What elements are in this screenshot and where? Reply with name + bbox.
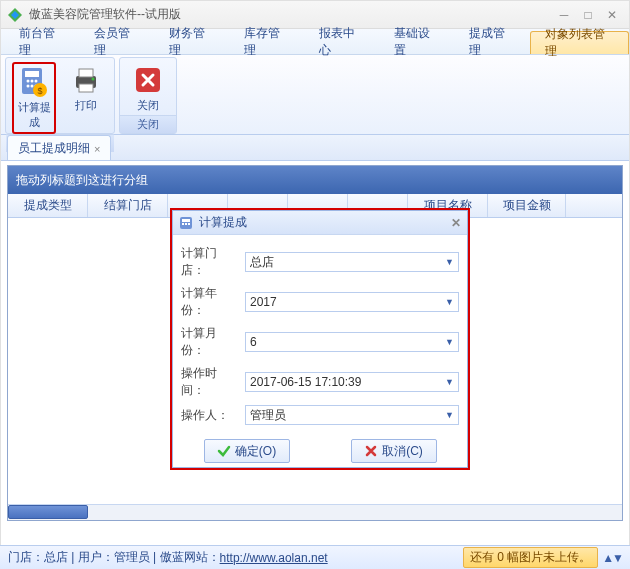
field-value: 总店 (250, 254, 274, 271)
calc-commission-dialog: 计算提成 ✕ 计算门店：总店▼计算年份：2017▼计算月份：6▼操作时间：201… (170, 208, 470, 470)
svg-rect-13 (79, 69, 93, 77)
form-row-calc-store: 计算门店：总店▼ (181, 245, 459, 279)
ribbon-group: $计算提成打印记录编辑 (5, 57, 115, 134)
ribbon-button-label: 计算提成 (16, 100, 52, 130)
form-row-calc-month: 计算月份：6▼ (181, 325, 459, 359)
group-panel[interactable]: 拖动列标题到这进行分组 (8, 166, 622, 194)
svg-rect-14 (79, 84, 93, 92)
form-label: 计算门店： (181, 245, 239, 279)
menu-item[interactable]: 库存管理 (230, 29, 305, 54)
svg-point-7 (27, 85, 30, 88)
form-row-op-time: 操作时间：2017-06-15 17:10:39▼ (181, 365, 459, 399)
form-row-operator: 操作人：管理员▼ (181, 405, 459, 425)
calc-store-field[interactable]: 总店▼ (245, 252, 459, 272)
ribbon-group-label: 关闭 (120, 115, 176, 133)
close-icon (132, 64, 164, 96)
form-row-calc-year: 计算年份：2017▼ (181, 285, 459, 319)
calc-commission-button[interactable]: $计算提成 (12, 62, 56, 134)
svg-point-4 (27, 80, 30, 83)
grid-area: 拖动列标题到这进行分组 提成类型结算门店项目名称项目金额 计算提成 ✕ 计算门店… (7, 165, 623, 521)
chevron-down-icon: ▼ (445, 297, 454, 307)
print-button[interactable]: 打印 (64, 62, 108, 134)
menu-item[interactable]: 报表中心 (305, 29, 380, 54)
chevron-down-icon: ▼ (445, 337, 454, 347)
svg-rect-19 (182, 223, 184, 225)
dialog-title-text: 计算提成 (199, 214, 451, 231)
menu-item[interactable]: 会员管理 (80, 29, 155, 54)
svg-rect-20 (185, 223, 187, 225)
ribbon-button-label: 关闭 (137, 98, 159, 113)
column-header[interactable]: 项目金额 (488, 194, 566, 217)
chevron-down-icon: ▼ (445, 377, 454, 387)
op-time-field[interactable]: 2017-06-15 17:10:39▼ (245, 372, 459, 392)
form-label: 操作时间： (181, 365, 239, 399)
ribbon: $计算提成打印记录编辑关闭关闭 (1, 55, 629, 135)
operator-field[interactable]: 管理员▼ (245, 405, 459, 425)
column-header[interactable]: 结算门店 (88, 194, 168, 217)
svg-point-6 (35, 80, 38, 83)
ok-button-label: 确定(O) (235, 443, 276, 460)
dialog-icon (179, 216, 193, 230)
svg-point-8 (31, 85, 34, 88)
dialog-buttons: 确定(O) 取消(C) (173, 439, 467, 467)
menubar: 前台管理会员管理财务管理库存管理报表中心基础设置提成管理对象列表管理 (1, 29, 629, 55)
statusbar-url[interactable]: http://www.aolan.net (220, 551, 328, 565)
print-icon (70, 64, 102, 96)
cancel-button[interactable]: 取消(C) (351, 439, 437, 463)
dialog-close-button[interactable]: ✕ (451, 216, 461, 230)
tabstrip: 员工提成明细× (1, 135, 629, 161)
maximize-button[interactable]: □ (577, 7, 599, 23)
statusbar-left: 门店：总店 | 用户：管理员 | 傲蓝网站： (8, 549, 220, 566)
scrollbar-thumb[interactable] (8, 505, 88, 519)
statusbar: 门店：总店 | 用户：管理员 | 傲蓝网站： http://www.aolan.… (0, 545, 630, 569)
form-label: 操作人： (181, 407, 239, 424)
tab-label: 员工提成明细 (18, 140, 90, 157)
form-label: 计算年份： (181, 285, 239, 319)
minimize-button[interactable]: ─ (553, 7, 575, 23)
cancel-button-label: 取消(C) (382, 443, 423, 460)
svg-point-15 (92, 78, 95, 81)
chevron-down-icon: ▼ (445, 410, 454, 420)
svg-point-5 (31, 80, 34, 83)
menu-item[interactable]: 前台管理 (5, 29, 80, 54)
svg-rect-21 (188, 223, 190, 225)
chevron-down-icon: ▼ (445, 257, 454, 267)
statusbar-arrows-icon[interactable]: ▲▼ (602, 551, 622, 565)
calc-month-field[interactable]: 6▼ (245, 332, 459, 352)
x-icon (364, 444, 378, 458)
menu-item[interactable]: 提成管理 (455, 29, 530, 54)
close-button[interactable]: 关闭 (126, 62, 170, 115)
calc-commission-icon: $ (18, 66, 50, 98)
document-tab[interactable]: 员工提成明细× (7, 135, 111, 160)
field-value: 2017-06-15 17:10:39 (250, 375, 361, 389)
field-value: 6 (250, 335, 257, 349)
close-window-button[interactable]: ✕ (601, 7, 623, 23)
field-value: 2017 (250, 295, 277, 309)
ribbon-button-label: 打印 (75, 98, 97, 113)
svg-rect-3 (25, 71, 39, 77)
app-logo-icon (7, 7, 23, 23)
check-icon (217, 444, 231, 458)
column-header[interactable]: 提成类型 (8, 194, 88, 217)
ok-button[interactable]: 确定(O) (204, 439, 290, 463)
field-value: 管理员 (250, 407, 286, 424)
form-label: 计算月份： (181, 325, 239, 359)
dialog-titlebar: 计算提成 ✕ (173, 211, 467, 235)
svg-text:$: $ (37, 86, 42, 96)
window-title: 傲蓝美容院管理软件--试用版 (29, 6, 551, 23)
horizontal-scrollbar[interactable] (8, 504, 622, 520)
statusbar-right: 还有 0 幅图片未上传。 (463, 547, 598, 568)
ribbon-group: 关闭关闭 (119, 57, 177, 134)
menu-item[interactable]: 对象列表管理 (530, 31, 629, 54)
close-tab-icon[interactable]: × (94, 143, 100, 155)
menu-item[interactable]: 基础设置 (380, 29, 455, 54)
dialog-body: 计算门店：总店▼计算年份：2017▼计算月份：6▼操作时间：2017-06-15… (173, 235, 467, 433)
menu-item[interactable]: 财务管理 (155, 29, 230, 54)
svg-rect-18 (182, 219, 190, 222)
calc-year-field[interactable]: 2017▼ (245, 292, 459, 312)
